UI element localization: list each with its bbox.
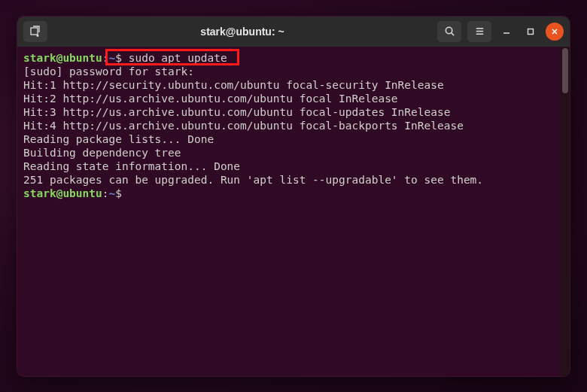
- titlebar-right: [437, 21, 564, 42]
- prompt-line-1: stark@ubuntu:~$ sudo apt update: [23, 51, 564, 65]
- search-icon: [444, 26, 455, 37]
- svg-line-2: [451, 33, 453, 35]
- prompt-user: stark@ubuntu: [23, 187, 102, 199]
- terminal-body[interactable]: stark@ubuntu:~$ sudo apt update[sudo] pa…: [17, 47, 570, 376]
- terminal-window: stark@ubuntu: ~: [17, 16, 570, 377]
- hamburger-icon: [474, 26, 485, 37]
- output-line: Hit:2 http://us.archive.ubuntu.com/ubunt…: [23, 92, 564, 105]
- output-line: Reading state information... Done: [23, 160, 564, 173]
- minimize-button[interactable]: [497, 23, 516, 41]
- close-button[interactable]: [546, 23, 564, 41]
- minimize-icon: [503, 28, 510, 35]
- prompt-line-2: stark@ubuntu:~$: [23, 187, 564, 200]
- output-line: [sudo] password for stark:: [23, 65, 564, 78]
- prompt-sep: :: [102, 52, 109, 64]
- menu-button[interactable]: [467, 21, 491, 42]
- new-tab-icon: [29, 26, 41, 38]
- prompt-path: ~: [109, 52, 116, 64]
- titlebar: stark@ubuntu: ~: [17, 17, 570, 47]
- window-title: stark@ubuntu: ~: [52, 26, 433, 38]
- output-line: Building dependency tree: [23, 146, 564, 160]
- output-line: Hit:4 http://us.archive.ubuntu.com/ubunt…: [23, 119, 564, 132]
- output-line: 251 packages can be upgraded. Run 'apt l…: [23, 173, 564, 187]
- maximize-icon: [527, 28, 534, 35]
- svg-point-1: [446, 27, 452, 33]
- output-line: Hit:1 http://security.ubuntu.com/ubuntu …: [23, 78, 564, 92]
- prompt-sep: :: [102, 187, 109, 199]
- svg-rect-7: [528, 29, 534, 34]
- prompt-path: ~: [109, 187, 116, 199]
- close-icon: [551, 28, 558, 35]
- command-text: sudo apt update: [129, 52, 227, 64]
- prompt-symbol: $: [115, 187, 122, 199]
- scrollbar[interactable]: [561, 47, 570, 376]
- maximize-button[interactable]: [522, 23, 540, 41]
- titlebar-left: [23, 21, 47, 42]
- new-tab-button[interactable]: [23, 21, 47, 42]
- output-line: Hit:3 http://us.archive.ubuntu.com/ubunt…: [23, 105, 564, 119]
- svg-rect-0: [31, 28, 38, 35]
- prompt-user: stark@ubuntu: [23, 52, 102, 64]
- prompt-symbol: $: [115, 52, 122, 64]
- search-button[interactable]: [437, 21, 461, 42]
- scrollbar-thumb[interactable]: [562, 48, 568, 93]
- output-line: Reading package lists... Done: [23, 132, 564, 146]
